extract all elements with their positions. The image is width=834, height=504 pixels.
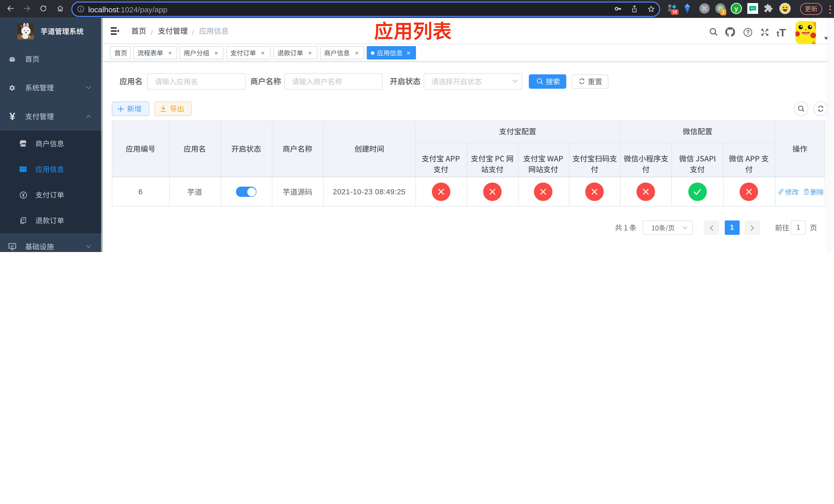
- svg-text:y: y: [734, 5, 738, 12]
- svg-text:⌘: ⌘: [701, 5, 708, 12]
